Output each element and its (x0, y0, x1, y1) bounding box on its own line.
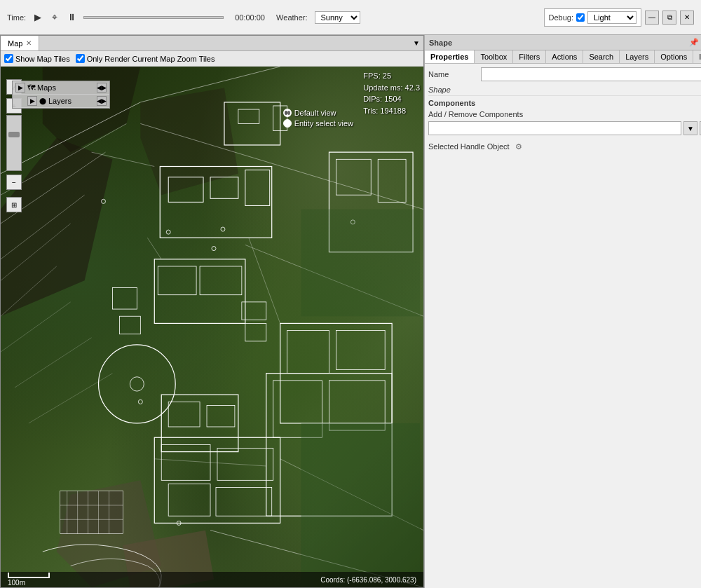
map-content[interactable]: ▶ 🗺 Maps ◀▶ ▶ ⬤ Layers ◀▶ ⤢ + (1, 67, 423, 587)
layers-pin[interactable]: ◀▶ (97, 96, 107, 106)
zoom-out-btn[interactable]: − (6, 175, 22, 190)
tab-actions[interactable]: Actions (546, 50, 583, 63)
coords-label: Coords: (-6636.086, 3000.623) (320, 576, 416, 584)
scale-label: 100m (8, 579, 25, 587)
map-layers-panel: ▶ 🗺 Maps ◀▶ ▶ ⬤ Layers ◀▶ (12, 81, 110, 109)
components-input-row: ▼ + ✕ (428, 121, 701, 135)
top-bar-right: Debug: Light Dark Custom — ⧉ ✕ (544, 8, 694, 27)
tab-interiors[interactable]: Interiors (693, 50, 701, 63)
weather-select[interactable]: Sunny Cloudy Rainy (315, 11, 360, 24)
entity-select-label: Entity select view (294, 119, 353, 128)
scale-line (8, 573, 50, 578)
map-tab[interactable]: Map ✕ (1, 36, 39, 50)
show-map-tiles-label: Show Map Tiles (15, 55, 70, 63)
map-tab-bar: Map ✕ ▼ (1, 36, 423, 51)
map-panel: Map ✕ ▼ Show Map Tiles Only Render Curre… (0, 35, 424, 588)
shape-panel: Shape 📌 ⧉ ✕ Properties Toolbox Filters A… (424, 35, 701, 588)
default-view-label: Default view (294, 109, 336, 117)
maps-expand[interactable]: ▶ (15, 83, 25, 93)
layers-row[interactable]: ▶ ⬤ Layers ◀▶ (13, 95, 109, 108)
time-slider[interactable] (83, 16, 224, 19)
view-overlays: Default view Entity select view (283, 109, 353, 128)
tab-search[interactable]: Search (583, 50, 620, 63)
pause-button[interactable]: ⏸ (67, 13, 76, 22)
selected-handle-label: Selected Handle Object (428, 142, 510, 151)
shape-divider: Shape (428, 84, 701, 96)
maps-pin[interactable]: ◀▶ (97, 83, 107, 93)
layers-expand[interactable]: ▶ (27, 96, 37, 106)
only-render-label: Only Render Current Map Zoom Tiles (87, 55, 215, 63)
weather-label: Weather: (276, 13, 307, 22)
minimize-button[interactable]: — (645, 11, 659, 25)
name-input[interactable] (481, 67, 701, 81)
grid-btn[interactable]: ⊞ (6, 197, 22, 212)
tris-text: Tris: 194188 (363, 105, 420, 117)
entity-select-radio[interactable] (283, 119, 292, 128)
top-toolbar: Time: ▶ ⌖ ⏸ 00:00:00 Weather: Sunny Clou… (0, 0, 701, 35)
shape-pin-button[interactable]: 📌 (688, 37, 700, 48)
time-display: 00:00:00 (231, 13, 269, 22)
debug-section: Debug: Light Dark Custom (544, 8, 641, 27)
selected-handle-row: Selected Handle Object ⚙ (428, 141, 701, 152)
map-background (1, 67, 423, 587)
name-label: Name (428, 70, 477, 78)
handle-options-btn[interactable]: ⚙ (513, 141, 524, 152)
play-button[interactable]: ▶ (33, 13, 43, 22)
map-tab-close[interactable]: ✕ (26, 39, 32, 47)
show-map-tiles-checkbox[interactable]: Show Map Tiles (4, 54, 70, 63)
debug-label: Debug: (549, 13, 573, 22)
tab-toolbox[interactable]: Toolbox (475, 50, 513, 63)
dips-text: DIPs: 1504 (363, 93, 420, 105)
close-button[interactable]: ✕ (680, 11, 694, 25)
update-ms: Update ms: 42.3 (363, 82, 420, 94)
tab-properties[interactable]: Properties (425, 50, 475, 63)
maps-label: Maps (37, 83, 56, 92)
scale-bar: 100m (8, 573, 50, 587)
tab-layers[interactable]: Layers (620, 50, 655, 63)
light-select[interactable]: Light Dark Custom (587, 11, 637, 24)
time-label: Time: (7, 13, 26, 22)
map-bottom-bar: 100m Coords: (-6636.086, 3000.623) (1, 572, 423, 587)
maps-row[interactable]: ▶ 🗺 Maps ◀▶ (13, 81, 109, 95)
only-render-checkbox[interactable]: Only Render Current Map Zoom Tiles (76, 54, 215, 63)
properties-content: Name Shape Components Add / Remove Compo… (425, 64, 701, 588)
debug-checkbox[interactable] (576, 13, 585, 22)
map-tab-arrow[interactable]: ▼ (409, 39, 423, 47)
fps-text: FPS: 25 (363, 70, 420, 82)
shape-title-bar: Shape 📌 ⧉ ✕ (425, 35, 701, 50)
components-label: Components (428, 99, 475, 107)
shape-tabs: Properties Toolbox Filters Actions Searc… (425, 50, 701, 64)
tab-filters[interactable]: Filters (513, 50, 546, 63)
entity-select-view-item[interactable]: Entity select view (283, 119, 353, 128)
map-tab-label: Map (8, 39, 22, 48)
name-row: Name (428, 67, 701, 81)
map-controls: ▶ 🗺 Maps ◀▶ ▶ ⬤ Layers ◀▶ ⤢ + (6, 74, 22, 212)
fps-overlay: FPS: 25 Update ms: 42.3 DIPs: 1504 Tris:… (363, 70, 420, 116)
components-header: Components (428, 99, 701, 107)
layers-label: Layers (48, 97, 72, 105)
main-area: Map ✕ ▼ Show Map Tiles Only Render Curre… (0, 35, 701, 588)
default-view-item[interactable]: Default view (283, 109, 353, 117)
component-search-input[interactable] (428, 121, 681, 135)
shape-panel-title: Shape (429, 39, 685, 47)
map-toolbar: Show Map Tiles Only Render Current Map Z… (1, 51, 423, 67)
cursor-button[interactable]: ⌖ (50, 13, 60, 22)
tab-options[interactable]: Options (655, 50, 693, 63)
default-view-radio[interactable] (283, 109, 292, 117)
restore-button[interactable]: ⧉ (662, 11, 676, 25)
add-remove-label: Add / Remove Components (428, 110, 701, 118)
component-dropdown-btn[interactable]: ▼ (683, 121, 697, 135)
